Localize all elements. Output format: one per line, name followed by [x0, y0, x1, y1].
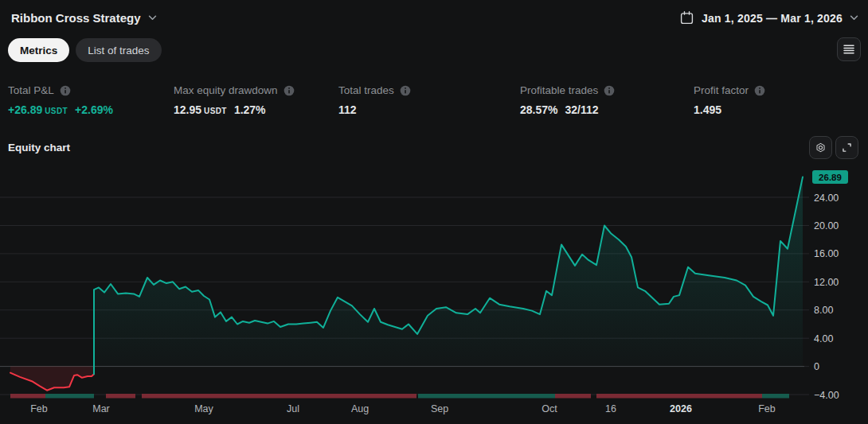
position-strip-segment — [418, 394, 555, 399]
info-icon[interactable] — [283, 85, 295, 96]
metric-label: Max equity drawdown — [174, 84, 278, 96]
metric-total-trades: Total trades112 — [338, 84, 411, 116]
metric-value: +26.89USDT+2.69% — [8, 103, 113, 116]
x-axis-label: Aug — [351, 403, 369, 414]
position-strip-segment — [10, 394, 45, 399]
strategy-selector[interactable]: Ribbon Cross Strategy — [11, 11, 157, 25]
metric-max-equity-drawdown: Max equity drawdown12.95USDT1.27% — [174, 84, 295, 116]
position-strip-segment — [142, 394, 416, 399]
chart-expand-button[interactable] — [835, 136, 858, 159]
x-axis-label: Jul — [287, 403, 299, 414]
metric-value: 28.57%32/112 — [520, 103, 615, 116]
y-axis-label: 4.00 — [814, 333, 833, 344]
position-strip-segment — [45, 394, 94, 399]
y-axis-label: 12.00 — [814, 277, 839, 288]
metric-label: Profit factor — [694, 84, 749, 96]
date-range-text: Jan 1, 2025 — Mar 1, 2026 — [702, 12, 843, 25]
metric-value-part: 1.27% — [234, 103, 266, 116]
metric-total-p-l: Total P&L+26.89USDT+2.69% — [8, 84, 113, 116]
equity-fill — [94, 177, 803, 366]
svg-text:26.89: 26.89 — [819, 173, 842, 182]
x-axis-label: May — [194, 403, 213, 414]
metric-value-part: +26.89 — [8, 103, 42, 116]
chevron-down-icon — [850, 15, 858, 21]
chevron-down-icon — [148, 15, 157, 21]
date-range-picker[interactable]: Jan 1, 2025 — Mar 1, 2026 — [679, 10, 858, 25]
expand-icon — [841, 142, 853, 154]
tab-list-of-trades[interactable]: List of trades — [76, 38, 161, 62]
metric-value-part: 32/112 — [565, 103, 598, 116]
metric-value-part: 12.95 — [174, 103, 201, 116]
metric-value-part: 1.495 — [694, 103, 721, 116]
metric-value: 12.95USDT1.27% — [174, 103, 295, 116]
position-strip-segment — [106, 394, 135, 399]
x-axis-label: Feb — [30, 403, 48, 414]
x-axis-label: Feb — [758, 403, 776, 414]
x-axis-label: 16 — [605, 403, 616, 414]
metric-value-part: 28.57% — [520, 103, 557, 116]
strategy-name: Ribbon Cross Strategy — [11, 11, 141, 25]
calendar-icon — [679, 10, 694, 25]
gear-icon — [814, 141, 827, 154]
info-icon[interactable] — [754, 85, 765, 96]
y-axis-label: 20.00 — [814, 220, 839, 231]
y-axis-label: 0 — [814, 361, 819, 372]
x-axis-label: 2026 — [670, 403, 692, 414]
info-icon[interactable] — [60, 85, 71, 96]
y-axis-label: −4.00 — [814, 390, 839, 401]
position-strip-segment — [555, 394, 591, 399]
info-icon[interactable] — [604, 85, 615, 96]
last-value-badge: 26.89 — [812, 170, 848, 184]
x-axis-label: Mar — [92, 403, 110, 414]
metric-profit-factor: Profit factor1.495 — [694, 84, 765, 116]
tab-metrics[interactable]: Metrics — [8, 38, 69, 62]
metric-value-part: USDT — [204, 107, 227, 115]
report-tabs: Metrics List of trades — [8, 38, 162, 62]
rows-icon — [843, 43, 855, 56]
y-axis-label: 8.00 — [814, 305, 833, 316]
report-layout-button[interactable] — [837, 37, 861, 61]
chart-settings-button[interactable] — [809, 136, 832, 159]
equity-chart-canvas[interactable]: 24.0020.0016.0012.008.004.000−4.00FebMar… — [0, 159, 868, 424]
metric-label: Profitable trades — [520, 84, 598, 96]
metric-value-part: 112 — [338, 103, 357, 116]
position-strip-segment — [762, 394, 789, 399]
metric-profitable-trades: Profitable trades28.57%32/112 — [520, 84, 615, 116]
x-axis-label: Sep — [431, 403, 448, 414]
metric-value-part: USDT — [45, 107, 68, 115]
metric-label: Total P&L — [8, 84, 54, 96]
metric-value: 112 — [338, 103, 411, 116]
y-axis-label: 16.00 — [814, 248, 839, 259]
y-axis-label: 24.00 — [814, 193, 839, 204]
position-strip-segment — [596, 394, 762, 399]
info-icon[interactable] — [400, 85, 411, 96]
metric-label: Total trades — [338, 84, 394, 96]
x-axis-label: Oct — [542, 403, 557, 414]
metric-value-part: +2.69% — [75, 103, 113, 116]
chart-section-title: Equity chart — [8, 142, 70, 154]
metric-value: 1.495 — [694, 103, 765, 116]
